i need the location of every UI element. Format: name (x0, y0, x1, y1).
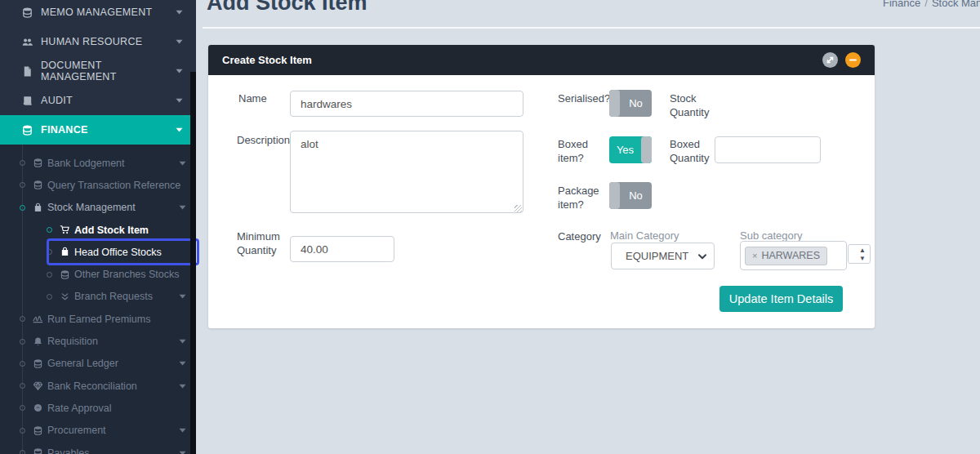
sidebar-item-branch-requests[interactable]: Branch Requests (0, 286, 196, 308)
page-title: Add Stock Item (207, 0, 368, 16)
caret-down-icon (176, 39, 183, 44)
caret-down-icon (176, 69, 183, 73)
stepper-up-icon[interactable]: ▲ (859, 247, 866, 254)
bullet-circle-icon (20, 182, 25, 188)
bullet-circle-icon (20, 205, 25, 211)
textarea-resize-grip[interactable] (514, 205, 522, 212)
caret-down-icon (179, 161, 186, 166)
bullet-circle-icon (20, 428, 25, 434)
sidebar-item-human-resource[interactable]: HUMAN RESOURCE (0, 27, 196, 56)
coins-icon (33, 158, 43, 168)
stepper-arrows-icon[interactable]: ▲▼ (859, 247, 866, 262)
toggle-knob (609, 90, 620, 117)
menu-item-label: Payables (47, 447, 89, 454)
bullet-circle-icon (20, 450, 25, 454)
caret-down-icon (176, 98, 183, 103)
bullet-circle-icon (20, 383, 25, 389)
bullet-circle-icon (47, 294, 52, 300)
cart-icon (60, 225, 70, 235)
menu-item-label: FINANCE (41, 124, 88, 136)
coins-icon (60, 269, 70, 280)
main-content: Add Stock Item Finance/Stock Management … (196, 0, 980, 454)
menu-item-label: HUMAN RESOURCE (41, 36, 142, 47)
sidebar-item-rate-approval[interactable]: Rate Approval (0, 397, 196, 419)
coins-icon (33, 358, 43, 369)
sidebar-scrollbar-thumb[interactable] (190, 72, 196, 454)
sidebar-item-payables[interactable]: Payables (0, 442, 196, 454)
coins-icon (21, 7, 33, 19)
sidebar-item-finance[interactable]: FINANCE (0, 115, 196, 145)
main-category-select[interactable]: EQUIPMENT (611, 243, 715, 269)
breadcrumb-current-page: Stock Management (932, 0, 980, 9)
menu-item-label: General Ledger (47, 358, 118, 369)
bullet-circle-icon (20, 316, 25, 322)
coins-icon (21, 124, 33, 136)
boxed-item-toggle[interactable]: Yes (609, 136, 652, 163)
bullet-circle-icon (20, 160, 25, 166)
sidebar-item-bank-lodgement[interactable]: Bank Lodgement (0, 152, 196, 174)
caret-down-icon (179, 339, 186, 344)
bullet-circle-icon (47, 227, 52, 233)
breadcrumb: Finance/Stock Management (883, 0, 980, 9)
sidebar-item-document-management[interactable]: DOCUMENT MANAGEMENT (0, 56, 196, 86)
sidebar-item-add-stock-item[interactable]: Add Stock Item (0, 219, 196, 241)
description-label: Description (237, 133, 290, 147)
sub-category-stepper[interactable]: ▲▼ (848, 244, 871, 264)
name-input[interactable] (290, 91, 523, 117)
expand-card-button[interactable] (822, 52, 838, 68)
bag-icon (60, 247, 70, 257)
sidebar-item-general-ledger[interactable]: General Ledger (0, 353, 196, 375)
boxed-item-label: Boxed item? (558, 137, 597, 165)
menu-item-label: AUDIT (41, 95, 73, 106)
name-label: Name (238, 91, 267, 105)
sidebar-item-requisition[interactable]: Requisition (0, 330, 196, 352)
sidebar-item-procurement[interactable]: Procurement (0, 420, 196, 442)
menu-item-label: Run Earned Premiums (47, 314, 150, 325)
app-sidebar: MEMO MANAGEMENTHUMAN RESOURCEDOCUMENT MA… (0, 0, 196, 454)
sidebar-item-bank-reconciliation[interactable]: Bank Reconciliation (0, 375, 196, 397)
coins-icon (33, 425, 43, 436)
caret-down-icon (179, 294, 186, 299)
coins-icon (33, 180, 43, 190)
package-item-toggle[interactable]: No (609, 182, 652, 209)
description-textarea[interactable] (290, 131, 523, 213)
card-title: Create Stock Item (222, 54, 312, 66)
sidebar-item-memo-management[interactable]: MEMO MANAGEMENT (0, 0, 196, 27)
menu-item-label: Rate Approval (47, 403, 112, 414)
sidebar-item-run-earned-premiums[interactable]: Run Earned Premiums (0, 308, 196, 330)
create-stock-item-card: Create Stock Item Name Description Minim (208, 45, 875, 328)
toggle-knob (641, 136, 652, 163)
caret-down-icon (179, 361, 186, 366)
minus-icon (849, 59, 857, 61)
sub-category-tag-label: HARWARES (761, 250, 820, 261)
remove-tag-icon[interactable]: × (752, 251, 757, 260)
boxed-quantity-input[interactable] (715, 136, 821, 163)
file-icon (21, 65, 33, 78)
sidebar-item-query-transaction-reference[interactable]: Query Transaction Reference (0, 174, 196, 196)
toggle-state-label: No (620, 182, 652, 209)
menu-item-label: Stock Management (47, 202, 136, 213)
menu-item-label: Query Transaction Reference (47, 180, 180, 191)
sidebar-item-audit[interactable]: AUDIT (0, 86, 196, 115)
sidebar-item-other-branches-stocks[interactable]: Other Branches Stocks (0, 263, 196, 285)
serialised-toggle[interactable]: No (609, 90, 652, 117)
minimum-quantity-label: Minimum Quantity (237, 229, 289, 257)
sidebar-item-stock-management[interactable]: Stock Management (0, 197, 196, 219)
menu-item-label: Procurement (47, 425, 106, 436)
bullet-circle-icon (20, 361, 25, 367)
sub-category-multiselect[interactable]: × HARWARES (740, 241, 847, 270)
breadcrumb-section-link[interactable]: Finance (883, 0, 920, 9)
minimum-quantity-input[interactable] (290, 236, 394, 262)
stepper-down-icon[interactable]: ▼ (859, 255, 866, 262)
caret-down-icon (176, 127, 183, 132)
card-header: Create Stock Item (208, 45, 875, 75)
menu-item-label: DOCUMENT MANAGEMENT (41, 60, 176, 82)
caret-down-icon (176, 10, 183, 15)
bag-icon (33, 203, 43, 213)
sidebar-item-head-office-stocks[interactable]: Head Office Stocks (0, 241, 196, 263)
update-item-details-button[interactable]: Update Item Details (719, 286, 843, 312)
bullet-circle-icon (47, 249, 52, 255)
caret-down-icon (179, 428, 186, 433)
menu-item-label: MEMO MANAGEMENT (41, 7, 152, 18)
collapse-card-button[interactable] (845, 52, 861, 68)
